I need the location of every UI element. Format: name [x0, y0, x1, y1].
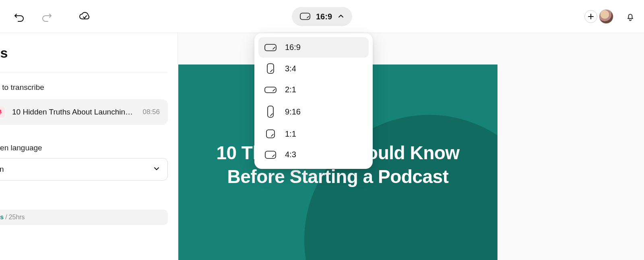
aspect-ratio-icon	[300, 12, 310, 21]
notifications-icon[interactable]	[625, 11, 636, 22]
aspect-ratio-option-16-9[interactable]: 16:9	[258, 37, 369, 58]
language-select[interactable]: n	[0, 158, 168, 181]
file-duration: 08:56	[142, 108, 160, 116]
svg-line-5	[273, 47, 275, 49]
svg-line-7	[270, 70, 272, 72]
aspect-ratio-option-icon	[264, 63, 277, 74]
aspect-ratio-option-2-1[interactable]: 2:1	[258, 79, 369, 100]
aspect-ratio-option-1-1[interactable]: 1:1	[258, 123, 369, 144]
aspect-ratio-option-label: 16:9	[285, 43, 301, 52]
aspect-ratio-dropdown: 16:93:42:19:161:14:3	[254, 33, 373, 169]
aspect-ratio-option-4-3[interactable]: 4:3	[258, 144, 369, 165]
undo-button[interactable]	[12, 10, 27, 23]
chevron-up-icon	[338, 13, 344, 20]
aspect-ratio-option-icon	[264, 150, 277, 159]
aspect-ratio-option-3-4[interactable]: 3:4	[258, 58, 369, 79]
cloud-sync-icon[interactable]	[77, 10, 92, 23]
language-section-label: oken language	[0, 144, 168, 152]
svg-line-9	[273, 89, 275, 91]
aspect-ratio-selector[interactable]: 16:9	[292, 7, 352, 26]
svg-line-1	[307, 17, 309, 18]
aspect-ratio-option-9-16[interactable]: 9:16	[258, 100, 369, 123]
quota-section-label: le	[0, 195, 168, 204]
quota-used: rs	[0, 214, 4, 221]
quota-sep: /	[5, 214, 7, 221]
svg-rect-12	[266, 130, 275, 138]
aspect-ratio-option-label: 3:4	[285, 64, 296, 73]
svg-line-13	[271, 134, 273, 136]
top-toolbar: 16:9	[0, 0, 644, 33]
redo-button[interactable]	[39, 10, 54, 23]
transcribe-section-label: es to transcribe	[0, 83, 168, 92]
sidebar-panel: es es to transcribe 10 Hidden Truths Abo…	[0, 33, 178, 260]
svg-line-11	[270, 114, 272, 116]
aspect-ratio-option-icon	[264, 106, 277, 118]
aspect-ratio-option-label: 2:1	[285, 85, 296, 94]
aspect-ratio-option-label: 4:3	[285, 150, 296, 159]
language-value: n	[0, 165, 4, 174]
chevron-down-icon	[153, 165, 160, 174]
quota-total: 25hrs	[9, 214, 25, 221]
quota-display: rs / 25hrs	[0, 210, 168, 225]
aspect-ratio-current: 16:9	[316, 12, 332, 21]
aspect-ratio-option-label: 9:16	[285, 107, 301, 116]
toolbar-left-group	[12, 10, 92, 23]
add-button[interactable]	[584, 10, 597, 23]
aspect-ratio-option-icon	[264, 129, 277, 139]
svg-line-15	[272, 155, 275, 157]
file-name: 10 Hidden Truths About Launching ...	[12, 108, 135, 116]
divider	[0, 72, 168, 73]
microphone-icon	[0, 106, 5, 118]
transcribe-file-card[interactable]: 10 Hidden Truths About Launching ... 08:…	[0, 99, 168, 125]
svg-rect-2	[0, 110, 1, 113]
aspect-ratio-option-icon	[264, 43, 277, 52]
sidebar-title: es	[0, 45, 168, 61]
toolbar-right-group	[584, 9, 636, 24]
aspect-ratio-option-label: 1:1	[285, 129, 296, 139]
user-avatar[interactable]	[599, 9, 613, 24]
main-area: es es to transcribe 10 Hidden Truths Abo…	[0, 33, 644, 260]
aspect-ratio-option-icon	[264, 86, 277, 94]
